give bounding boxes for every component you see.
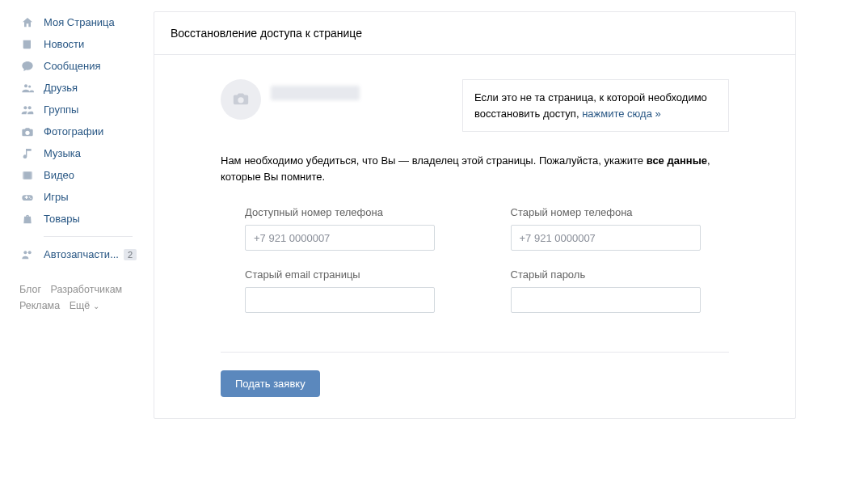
input-old-password[interactable] bbox=[511, 287, 701, 313]
nav-friends[interactable]: Друзья bbox=[19, 77, 154, 99]
music-icon bbox=[19, 146, 36, 162]
nav-list: Моя Страница Новости Сообщения Друзья Гр… bbox=[19, 11, 154, 230]
field-old-email: Старый email страницы bbox=[245, 268, 464, 313]
bag-icon bbox=[19, 211, 36, 227]
wrong-page-note: Если это не та страница, к которой необх… bbox=[462, 79, 729, 132]
nav-photos[interactable]: Фотографии bbox=[19, 120, 154, 142]
footer-links: Блог Разработчикам Реклама Ещё ⌄ bbox=[19, 281, 154, 315]
nav-label: Новости bbox=[44, 38, 84, 50]
nav-music[interactable]: Музыка bbox=[19, 142, 154, 164]
nav-label: Группы bbox=[44, 103, 78, 116]
svg-point-0 bbox=[24, 84, 27, 87]
svg-point-3 bbox=[28, 106, 32, 109]
nav-label: Моя Страница bbox=[44, 16, 115, 28]
input-old-phone[interactable] bbox=[511, 225, 701, 251]
label-old-phone: Старый номер телефона bbox=[511, 206, 730, 218]
nav-messages[interactable]: Сообщения bbox=[19, 55, 154, 77]
profile-row: Если это не та страница, к которой необх… bbox=[221, 79, 729, 132]
page-title: Восстановление доступа к странице bbox=[154, 12, 795, 55]
profile-name-blurred bbox=[271, 86, 360, 100]
badge-count: 2 bbox=[124, 249, 137, 260]
intro-text: Нам необходимо убедиться, что Вы — владе… bbox=[221, 153, 729, 185]
bubble-icon bbox=[19, 58, 36, 74]
gamepad-icon bbox=[19, 189, 36, 205]
sidebar-divider bbox=[44, 236, 133, 237]
nav-label: Видео bbox=[44, 169, 74, 181]
sidebar: Моя Страница Новости Сообщения Друзья Гр… bbox=[0, 0, 154, 315]
svg-point-8 bbox=[28, 251, 32, 254]
newspaper-icon bbox=[19, 36, 36, 53]
submit-button[interactable]: Подать заявку bbox=[221, 370, 320, 397]
nav-auto-parts[interactable]: Автозапчасти... 2 bbox=[19, 243, 154, 265]
svg-rect-5 bbox=[23, 171, 24, 179]
svg-point-2 bbox=[23, 106, 27, 109]
main-card: Восстановление доступа к странице Если э… bbox=[154, 11, 796, 419]
camera-icon bbox=[232, 90, 250, 110]
label-old-email: Старый email страницы bbox=[245, 268, 464, 281]
nav-label: Товары bbox=[44, 213, 80, 225]
nav-label: Сообщения bbox=[44, 60, 101, 72]
nav-label: Автозапчасти... bbox=[44, 248, 119, 260]
nav-market[interactable]: Товары bbox=[19, 208, 154, 230]
svg-point-7 bbox=[23, 251, 27, 254]
field-old-password: Старый пароль bbox=[511, 268, 730, 313]
footer-more-link[interactable]: Ещё ⌄ bbox=[70, 300, 99, 311]
nav-label: Игры bbox=[44, 191, 69, 203]
label-available-phone: Доступный номер телефона bbox=[245, 206, 464, 218]
footer-ads-link[interactable]: Реклама bbox=[19, 300, 60, 311]
svg-point-1 bbox=[28, 85, 31, 87]
home-icon bbox=[19, 15, 36, 31]
field-available-phone: Доступный номер телефона bbox=[245, 206, 464, 251]
input-old-email[interactable] bbox=[245, 287, 435, 313]
nav-games[interactable]: Игры bbox=[19, 186, 154, 208]
nav-label: Фотографии bbox=[44, 125, 103, 137]
group-icon bbox=[19, 102, 36, 118]
label-old-password: Старый пароль bbox=[511, 268, 730, 281]
people-icon bbox=[19, 247, 36, 263]
svg-rect-6 bbox=[31, 171, 32, 179]
film-icon bbox=[19, 167, 36, 184]
nav-label: Друзья bbox=[44, 82, 78, 94]
nav-list-extra: Автозапчасти... 2 bbox=[19, 243, 154, 265]
avatar-placeholder bbox=[221, 79, 261, 120]
footer-developers-link[interactable]: Разработчикам bbox=[51, 284, 123, 295]
form-divider bbox=[221, 352, 729, 353]
nav-my-page[interactable]: Моя Страница bbox=[19, 11, 154, 33]
nav-video[interactable]: Видео bbox=[19, 164, 154, 186]
input-available-phone[interactable] bbox=[245, 225, 435, 251]
nav-groups[interactable]: Группы bbox=[19, 99, 154, 120]
restore-form: Доступный номер телефона Старый номер те… bbox=[221, 206, 729, 313]
camera-icon bbox=[19, 124, 36, 140]
field-old-phone: Старый номер телефона bbox=[511, 206, 730, 251]
footer-blog-link[interactable]: Блог bbox=[19, 284, 41, 295]
nav-label: Музыка bbox=[44, 147, 81, 159]
people-icon bbox=[19, 80, 36, 96]
nav-news[interactable]: Новости bbox=[19, 33, 154, 55]
wrong-page-link[interactable]: нажмите сюда » bbox=[582, 108, 661, 120]
chevron-down-icon: ⌄ bbox=[93, 302, 99, 310]
